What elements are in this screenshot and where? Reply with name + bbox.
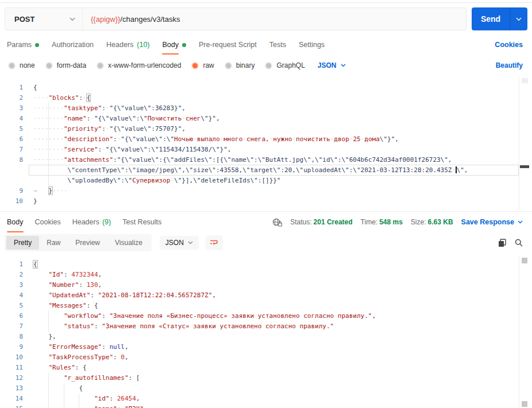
tab-body[interactable]: Body xyxy=(163,36,187,54)
request-tabs: ParamsAuthorizationHeaders (10)BodyPre-r… xyxy=(7,36,523,54)
body-type-form-data[interactable]: form-data xyxy=(45,61,86,69)
top-divider xyxy=(0,2,532,3)
view-preview[interactable]: Preview xyxy=(68,236,107,250)
response-tool-icons xyxy=(498,239,523,247)
line-number: 9 xyxy=(0,342,23,352)
status-badge: Status:201 Created xyxy=(290,218,352,226)
cookies-link[interactable]: Cookies xyxy=(495,41,523,49)
response-toolbar: PrettyRawPreviewVisualize JSON xyxy=(5,233,523,252)
line-number: 4 xyxy=(0,290,23,301)
chevron-down-icon xyxy=(518,220,523,224)
body-type-x-www-form-urlencoded[interactable]: x-www-form-urlencoded xyxy=(97,61,181,69)
tab-label: Tests xyxy=(269,41,286,49)
url-input[interactable]: {{apigw}}/changes/v3/tasks xyxy=(83,8,466,30)
search-icon[interactable] xyxy=(515,239,523,247)
line-number: 12 xyxy=(0,373,23,383)
tab-tests[interactable]: Tests xyxy=(269,36,286,54)
time-badge: Time:548 ms xyxy=(361,218,403,226)
response-tab-cookies[interactable]: Cookies xyxy=(35,212,61,232)
line-number: 5 xyxy=(0,301,23,311)
code-line: 4 "UpdatedAt": "2021-08-18T12:22:04.5657… xyxy=(0,290,532,301)
send-button[interactable]: Send xyxy=(472,7,510,30)
network-globe-lock-icon xyxy=(272,218,282,227)
request-body-editor[interactable]: 1{2····"blocks":·{3········"tasktype":·"… xyxy=(0,76,532,218)
response-tab-body[interactable]: Body xyxy=(7,212,24,232)
line-number: 8 xyxy=(0,332,23,342)
tab-label: Body xyxy=(7,218,24,226)
line-number: 1 xyxy=(0,83,23,93)
line-number: 8 xyxy=(0,155,23,165)
tab-settings[interactable]: Settings xyxy=(299,36,325,54)
response-body-viewer[interactable]: 1{2 "Id": 4732344,3 "Number": 130,4 "Upd… xyxy=(0,256,532,408)
radio-label: raw xyxy=(203,61,214,69)
raw-language-label: JSON xyxy=(318,61,337,69)
beautify-link[interactable]: Beautify xyxy=(496,61,523,69)
method-label: POST xyxy=(14,15,34,24)
url-env-variable: {{apigw}} xyxy=(91,15,120,24)
line-number: 6 xyxy=(0,134,23,145)
save-response-label: Save Response xyxy=(461,218,514,226)
tab-label: Headers xyxy=(72,218,99,226)
code-line: 10} xyxy=(0,196,532,207)
line-number: 3 xyxy=(0,103,23,114)
code-line: 1{ xyxy=(0,259,532,270)
response-tabs: BodyCookiesHeaders(9)Test Results xyxy=(7,212,161,232)
code-line: 7········"service":·"{\"value\":\"115434… xyxy=(0,145,532,155)
scrollbar-thumb[interactable] xyxy=(522,401,527,407)
code-line: 14 "id": 26454, xyxy=(0,394,532,404)
code-line: 8 }, xyxy=(0,332,532,342)
line-number: 2 xyxy=(0,270,23,280)
line-number: 11 xyxy=(0,363,23,373)
view-visualize[interactable]: Visualize xyxy=(107,236,150,250)
scrollbar-thumb[interactable] xyxy=(522,258,527,263)
send-button-group: Send xyxy=(472,7,527,30)
body-type-graphql[interactable]: GraphQL xyxy=(265,61,304,69)
copy-icon[interactable] xyxy=(498,239,506,247)
chevron-down-icon xyxy=(341,64,346,67)
raw-language-select[interactable]: JSON xyxy=(318,61,346,69)
response-tab-test-results[interactable]: Test Results xyxy=(122,212,161,232)
tab-pre-request-script[interactable]: Pre-request Script xyxy=(199,36,257,54)
code-line: 10 "TaskProcessType": 0, xyxy=(0,352,532,363)
view-raw[interactable]: Raw xyxy=(39,236,68,250)
radio-label: none xyxy=(20,61,35,69)
scrollbar-thumb[interactable] xyxy=(522,78,528,83)
body-type-selector: noneform-datax-www-form-urlencodedrawbin… xyxy=(8,58,523,73)
line-number: 5 xyxy=(0,124,23,134)
response-tab-headers[interactable]: Headers(9) xyxy=(72,212,111,232)
tab-authorization[interactable]: Authorization xyxy=(52,36,94,54)
wrap-lines-button[interactable] xyxy=(206,235,223,250)
code-line: 3 "Number": 130, xyxy=(0,280,532,290)
wrap-lines-icon xyxy=(210,239,218,246)
tab-label: Params xyxy=(7,41,32,49)
tab-label: Authorization xyxy=(52,41,94,49)
radio-label: GraphQL xyxy=(276,61,304,69)
send-options-button[interactable] xyxy=(510,7,527,30)
tab-headers[interactable]: Headers (10) xyxy=(106,36,149,54)
request-editor-scrollbar[interactable] xyxy=(519,77,530,211)
tab-params[interactable]: Params xyxy=(7,36,39,54)
size-badge: Size:6.63 KB xyxy=(411,218,453,226)
code-line: 9→ }···· xyxy=(0,186,532,196)
view-pretty[interactable]: Pretty xyxy=(6,236,39,250)
radio-icon xyxy=(97,62,104,69)
radio-icon xyxy=(265,62,272,69)
tab-label: Headers xyxy=(106,41,133,49)
response-stats: Status:201 Created Time:548 ms Size:6.63… xyxy=(272,218,523,227)
url-path: /changes/v3/tasks xyxy=(120,15,180,24)
response-scrollbar[interactable] xyxy=(519,256,530,408)
tab-label: Body xyxy=(163,41,179,49)
method-select[interactable]: POST xyxy=(5,8,83,30)
body-type-none[interactable]: none xyxy=(8,61,35,69)
code-line: 1{ xyxy=(0,83,532,93)
save-response-button[interactable]: Save Response xyxy=(461,218,523,226)
body-type-binary[interactable]: binary xyxy=(225,61,255,69)
code-line: \"uploadedBy\":\"Супервизор·\"}],\"delet… xyxy=(0,176,532,186)
radio-label: binary xyxy=(236,61,255,69)
response-language-select[interactable]: JSON xyxy=(160,236,199,250)
line-number: 9 xyxy=(0,186,23,196)
tab-count: (9) xyxy=(102,218,111,226)
line-number: 15 xyxy=(0,404,23,408)
body-type-raw[interactable]: raw xyxy=(191,61,214,69)
line-number: 7 xyxy=(0,321,23,332)
